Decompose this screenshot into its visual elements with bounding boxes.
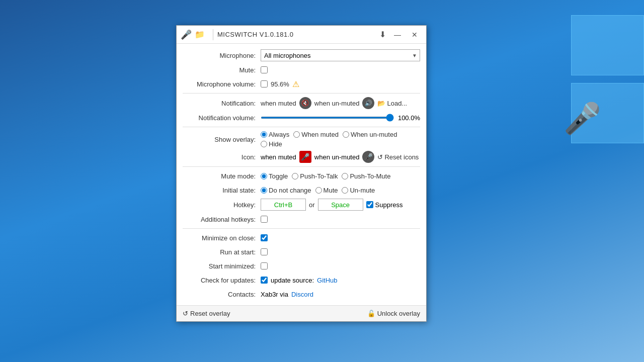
state-unmute-label: Un-mute bbox=[350, 187, 375, 194]
additional-hotkeys-checkbox[interactable] bbox=[261, 216, 268, 223]
initial-state-label: Initial state: bbox=[183, 187, 261, 194]
icon-when-unmuted-text: when un-muted bbox=[314, 153, 360, 161]
state-mute-option[interactable]: Mute bbox=[315, 187, 338, 194]
desktop-mic-icon: 🎤 bbox=[564, 101, 601, 136]
state-dnc-option[interactable]: Do not change bbox=[261, 187, 311, 194]
state-dnc-label: Do not change bbox=[269, 187, 311, 194]
suppress-text: Suppress bbox=[375, 201, 403, 209]
state-unmute-radio[interactable] bbox=[342, 187, 348, 194]
overlay-hide-label: Hide bbox=[269, 140, 282, 148]
start-minimized-row: Start minimized: bbox=[177, 259, 426, 273]
github-link[interactable]: GitHub bbox=[317, 277, 337, 284]
notif-volume-slider[interactable] bbox=[261, 117, 394, 119]
unlock-icon: 🔓 bbox=[367, 310, 375, 317]
start-minimized-label: Start minimized: bbox=[183, 262, 261, 270]
reset-overlay-label: Reset overlay bbox=[190, 310, 230, 317]
contacts-row: Contacts: Xab3r via Discord bbox=[177, 287, 426, 301]
additional-hotkeys-label: Additional hotkeys: bbox=[183, 216, 261, 223]
reset-icons-label: Reset icons bbox=[384, 153, 419, 161]
close-button[interactable]: ✕ bbox=[407, 29, 422, 41]
hotkey-secondary-input[interactable] bbox=[318, 199, 363, 211]
mic-volume-label: Microphone volume: bbox=[183, 80, 261, 88]
notification-load-btn[interactable]: 📂 Load... bbox=[377, 100, 407, 107]
show-overlay-label: Show overlay: bbox=[183, 136, 261, 143]
settings-content: Microphone: All microphones ▼ Mute: bbox=[177, 44, 426, 305]
notif-when-muted-text: when muted bbox=[261, 100, 296, 107]
unlock-overlay-label: Unlock overlay bbox=[377, 310, 420, 317]
run-at-start-checkbox[interactable] bbox=[261, 248, 268, 255]
check-updates-label: Check for updates: bbox=[183, 277, 261, 284]
overlay-unmuted-option[interactable]: When un-muted bbox=[343, 131, 397, 138]
mic-volume-content: 95.6% ⚠ bbox=[261, 79, 420, 89]
minimize-on-close-row: Minimize on close: bbox=[177, 231, 426, 245]
show-overlay-row: Show overlay: Always When muted When un-… bbox=[177, 129, 426, 149]
discord-link[interactable]: Discord bbox=[291, 291, 313, 298]
mute-ptt-radio[interactable] bbox=[292, 173, 298, 179]
notification-content: when muted 🔇 when un-muted 🔊 📂 Load... bbox=[261, 97, 420, 109]
overlay-always-radio[interactable] bbox=[261, 131, 267, 138]
mic-volume-row: Microphone volume: 95.6% ⚠ bbox=[177, 77, 426, 91]
microphone-label: Microphone: bbox=[183, 52, 261, 59]
initial-state-row: Initial state: Do not change Mute Un-mut… bbox=[177, 183, 426, 197]
mute-ptm-option[interactable]: Push-To-Mute bbox=[342, 172, 390, 180]
window-title: MICSWITCH V1.0.181.0 bbox=[217, 31, 379, 38]
mute-toggle-label: Toggle bbox=[269, 172, 288, 180]
overlay-muted-option[interactable]: When muted bbox=[293, 131, 339, 138]
start-minimized-content bbox=[261, 262, 420, 269]
overlay-hide-option[interactable]: Hide bbox=[261, 140, 282, 148]
notif-muted-btn[interactable]: 🔇 bbox=[299, 97, 311, 109]
overlay-always-label: Always bbox=[269, 131, 289, 138]
minimize-on-close-content bbox=[261, 234, 420, 241]
notif-volume-value: 100.0% bbox=[398, 114, 420, 122]
notif-unmuted-btn[interactable]: 🔊 bbox=[362, 97, 374, 109]
check-updates-checkbox[interactable] bbox=[261, 277, 268, 284]
reset-overlay-icon: ↺ bbox=[183, 310, 188, 317]
reset-overlay-button[interactable]: ↺ Reset overlay bbox=[183, 310, 230, 317]
initial-state-options: Do not change Mute Un-mute bbox=[261, 187, 420, 194]
mute-toggle-radio[interactable] bbox=[261, 173, 267, 179]
check-updates-row: Check for updates: update source: GitHub bbox=[177, 273, 426, 287]
run-at-start-label: Run at start: bbox=[183, 248, 261, 256]
notif-volume-slider-wrapper: 100.0% bbox=[261, 114, 420, 122]
minimize-button[interactable]: — bbox=[390, 29, 405, 41]
state-unmute-option[interactable]: Un-mute bbox=[342, 187, 375, 194]
mic-volume-checkbox[interactable] bbox=[261, 80, 268, 87]
microphone-row: Microphone: All microphones ▼ bbox=[177, 48, 426, 63]
app-icon: 🎤 bbox=[181, 29, 192, 40]
mute-row: Mute: bbox=[177, 63, 426, 77]
state-dnc-radio[interactable] bbox=[261, 187, 267, 194]
suppress-checkbox[interactable] bbox=[366, 201, 373, 208]
mute-ptt-option[interactable]: Push-To-Talk bbox=[292, 172, 338, 180]
desktop: 🎤 🎤 📁 MICSWITCH V1.0.181.0 ⬇ — ✕ Microph… bbox=[0, 0, 644, 362]
minimize-on-close-checkbox[interactable] bbox=[261, 234, 268, 241]
reset-icons-button[interactable]: ↺ Reset icons bbox=[377, 153, 419, 161]
window-controls: — ✕ bbox=[390, 29, 422, 41]
suppress-label[interactable]: Suppress bbox=[366, 201, 403, 209]
microphone-select[interactable]: All microphones bbox=[261, 49, 420, 61]
hotkey-primary-input[interactable] bbox=[261, 199, 306, 211]
check-updates-text: update source: bbox=[271, 277, 314, 284]
microphone-content: All microphones ▼ bbox=[261, 49, 420, 61]
mute-checkbox[interactable] bbox=[261, 66, 268, 73]
overlay-unmuted-radio[interactable] bbox=[343, 131, 349, 138]
muted-icon[interactable]: 🎤 bbox=[299, 151, 311, 163]
hotkey-content: or Suppress bbox=[261, 199, 420, 211]
mute-ptt-label: Push-To-Talk bbox=[300, 172, 338, 180]
mute-label: Mute: bbox=[183, 66, 261, 74]
state-mute-radio[interactable] bbox=[315, 187, 322, 194]
notification-label: Notification: bbox=[183, 100, 261, 107]
mute-ptm-radio[interactable] bbox=[342, 173, 348, 179]
overlay-muted-radio[interactable] bbox=[293, 131, 300, 138]
state-mute-label: Mute bbox=[324, 187, 338, 194]
title-separator bbox=[213, 29, 213, 40]
overlay-hide-radio[interactable] bbox=[261, 141, 267, 147]
unlock-overlay-button[interactable]: 🔓 Unlock overlay bbox=[367, 310, 420, 317]
unmuted-icon[interactable]: 🎤 bbox=[362, 151, 374, 163]
overlay-always-option[interactable]: Always bbox=[261, 131, 289, 138]
mute-mode-options: Toggle Push-To-Talk Push-To-Mute bbox=[261, 172, 420, 180]
mute-toggle-option[interactable]: Toggle bbox=[261, 172, 288, 180]
warning-icon: ⚠ bbox=[292, 79, 299, 89]
icon-row-container: Icon: when muted 🎤 when un-muted 🎤 ↺ Res… bbox=[177, 149, 426, 164]
contacts-content: Xab3r via Discord bbox=[261, 291, 420, 298]
start-minimized-checkbox[interactable] bbox=[261, 262, 268, 269]
